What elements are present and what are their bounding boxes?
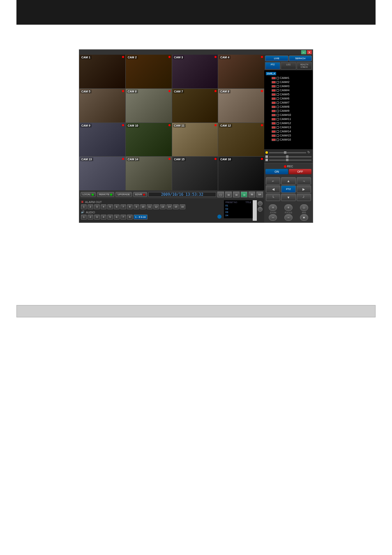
preset-row[interactable]: 02 [226,207,251,210]
ptz-up-button[interactable]: ▲ [281,177,295,185]
camera-tile[interactable]: CAM 12 [218,123,264,157]
alarm-btn[interactable]: 6 [114,204,120,209]
camera-tile[interactable]: CAM 14 [126,157,172,190]
alarm-btn[interactable]: 10 [140,204,146,209]
tree-item[interactable]: CAM#10 [266,113,311,117]
edvr-button[interactable]: EDVR [133,192,147,197]
iris-close-button[interactable]: ● [300,214,308,221]
checkbox-icon[interactable] [277,93,279,96]
audio-btn[interactable]: 3 [94,215,100,220]
audio-btn[interactable]: 5 [107,215,113,220]
tree-item[interactable]: CAM#8 [266,105,311,109]
upgrade-button[interactable]: UPGRADE [115,192,132,197]
alarm-btn[interactable]: 13 [160,204,166,209]
camera-tile[interactable]: CAM 7 [172,89,218,123]
layout-36-button[interactable]: 36 [249,192,255,197]
alarm-btn[interactable]: 16 [180,204,185,209]
subtab-health[interactable]: HEALTH CHECK [297,62,312,69]
iris-open-button[interactable]: ○ [300,204,308,211]
tab-search[interactable]: SERACH [289,56,312,61]
subtab-log[interactable]: LOG [281,62,296,69]
checkbox-icon[interactable] [277,106,279,108]
checkbox-icon[interactable] [277,102,279,104]
checkbox-icon[interactable] [277,97,279,100]
checkbox-icon[interactable] [277,122,279,125]
camera-tile[interactable]: CAM 6 [126,89,172,123]
checkbox-icon[interactable] [277,110,279,112]
ptz-upright-button[interactable]: ¬ [297,177,311,185]
minimize-icon[interactable]: − [301,50,306,54]
tree-item[interactable]: CAM#13 [266,125,311,130]
preset-row[interactable]: 01 [226,204,251,207]
camera-tile[interactable]: CAM 13 [79,157,125,190]
local-button[interactable]: LOCAL [81,192,96,197]
audio-btn[interactable]: 6 [114,215,120,220]
zoom-in-button[interactable]: + [269,204,277,211]
checkbox-icon[interactable] [277,130,279,133]
tree-item[interactable]: CAM#2 [266,80,311,84]
tree-root[interactable]: DVR_4 [266,72,276,75]
ptz-downright-button[interactable]: ┘ [297,194,311,201]
layout-9-button[interactable]: ⊞ [233,192,240,197]
rec-on-button[interactable]: ON [265,169,288,174]
ptz-down-button[interactable]: ▼ [281,194,295,201]
tree-item[interactable]: CAM#11 [266,117,311,121]
alarm-btn[interactable]: 14 [166,204,172,209]
preset-list[interactable]: PRESET NOTITLE 01 02 03 04 [224,200,253,218]
camera-tile[interactable]: CAM 1 [79,55,125,88]
tree-item[interactable]: CAM#9 [266,109,311,113]
checkbox-icon[interactable] [277,139,279,141]
alarm-btn[interactable]: 8 [127,204,133,209]
alarm-btn[interactable]: 15 [173,204,179,209]
rec-off-button[interactable]: OFF [289,169,311,174]
alarm-btn[interactable]: 3 [94,204,100,209]
camera-tile[interactable]: CAM 2 [126,55,172,88]
alarm-btn[interactable]: 9 [134,204,139,209]
volume-slider[interactable] [269,156,311,157]
tree-item[interactable]: CAM#16 [266,138,311,142]
refresh-icon[interactable]: ↻ [307,150,311,155]
camera-tile[interactable]: CAM 16 [218,157,264,190]
preset-row[interactable]: 04 [226,214,251,217]
checkbox-icon[interactable] [277,77,279,79]
camera-tile[interactable]: CAM 9 [79,123,125,157]
checkbox-icon[interactable] [277,118,279,120]
subtab-ptz[interactable]: PTZ [265,62,280,69]
alarm-btn[interactable]: 7 [120,204,126,209]
alarm-btn[interactable]: 11 [147,204,152,209]
tree-item[interactable]: CAM#1 [266,76,311,80]
checkbox-icon[interactable] [277,85,279,88]
camera-tile[interactable]: CAM 3 [172,55,218,88]
remote-button[interactable]: REMOTE [97,192,115,197]
preset-row[interactable]: 03 [226,210,251,214]
camera-tile[interactable]: CAM 5 [79,89,125,123]
tree-item[interactable]: CAM#5 [266,92,311,97]
ptz-left-button[interactable]: ◀ [266,185,280,193]
checkbox-icon[interactable] [277,81,279,83]
zoom-out-button[interactable]: − [269,214,277,221]
camera-tile[interactable]: CAM 10 [126,123,172,157]
ptz-right-button[interactable]: ▶ [297,185,311,193]
close-icon[interactable]: X [307,50,312,54]
audio-btn[interactable]: 7 [120,215,126,220]
camera-tile[interactable]: CAM 11 [172,123,218,157]
audio-btn[interactable]: 1 [81,215,87,220]
checkbox-icon[interactable] [277,89,279,92]
camera-tile[interactable]: CAM 15 [172,157,218,190]
audio-btn[interactable]: 2 [88,215,93,220]
camera-tile[interactable]: CAM 4 [218,55,264,88]
tree-item[interactable]: CAM#15 [266,134,311,138]
layout-16-button[interactable]: ⊞ [241,192,247,197]
ptz-center-button[interactable]: PTZ [281,185,295,193]
alarm-btn[interactable]: 5 [107,204,113,209]
alarm-btn[interactable]: 1 [81,204,87,209]
tree-item[interactable]: CAM#14 [266,130,311,134]
focus-out-button[interactable]: − [284,214,293,221]
alarm-btn[interactable]: 12 [153,204,159,209]
layout-1-button[interactable]: ▢ [217,192,224,197]
preset-scrollbar[interactable] [253,200,257,221]
contrast-slider[interactable] [269,160,311,161]
brightness-slider[interactable] [269,152,306,153]
focus-in-button[interactable]: + [284,204,293,211]
ptz-upleft-button[interactable]: ⌐ [266,177,280,185]
